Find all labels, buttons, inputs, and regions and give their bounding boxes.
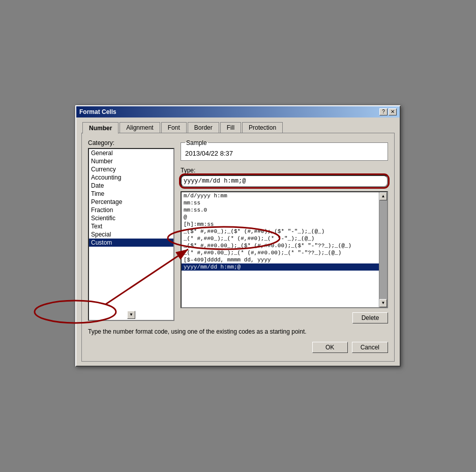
- category-label: Category:: [88, 139, 174, 146]
- category-item-text[interactable]: Text: [89, 222, 173, 230]
- format-item-7[interactable]: _(* #,##0_);_(* (#,##0);_(* "-"_);_(@_): [182, 235, 379, 242]
- type-label: Type:: [181, 167, 388, 174]
- sample-value: 2013/04/22 8:37: [185, 149, 383, 158]
- format-scroll-track[interactable]: [379, 200, 387, 299]
- format-scroll-down[interactable]: ▼: [379, 299, 387, 307]
- tab-border[interactable]: Border: [188, 122, 219, 134]
- category-item-percentage[interactable]: Percentage: [89, 198, 173, 206]
- category-list-wrapper: General Number Currency Accounting Date …: [88, 148, 174, 321]
- format-item-11[interactable]: yyyy/mm/dd h:mm;@: [182, 263, 379, 271]
- category-item-scientific[interactable]: Scientific: [89, 214, 173, 222]
- help-button[interactable]: ?: [379, 108, 388, 115]
- format-item-10[interactable]: [$-409]dddd, mmmm dd, yyyy: [182, 256, 379, 263]
- category-item-accounting[interactable]: Accounting: [89, 173, 173, 182]
- bottom-buttons: OK Cancel: [88, 338, 388, 355]
- close-button[interactable]: ✕: [389, 108, 397, 115]
- title-bar-buttons: ? ✕: [379, 108, 397, 115]
- category-item-general[interactable]: General: [89, 149, 173, 157]
- tab-alignment[interactable]: Alignment: [120, 122, 160, 134]
- category-item-currency[interactable]: Currency: [89, 165, 173, 173]
- type-section: Type:: [181, 167, 388, 187]
- format-item-6[interactable]: _($* #,##0_);_($* (#,##0);_($* "-"_);_(@…: [182, 228, 379, 235]
- category-scroll-down[interactable]: ▼: [89, 310, 173, 320]
- dialog-content: Number Alignment Font Border Fill Protec…: [76, 117, 400, 366]
- category-item-special[interactable]: Special: [89, 230, 173, 239]
- tab-content: Category: General Number Currency Accoun…: [81, 133, 395, 362]
- format-item-9[interactable]: _(* #,##0.00_);_(* (#,##0.00);_(* "-"??_…: [182, 249, 379, 256]
- tab-protection[interactable]: Protection: [242, 122, 283, 134]
- format-list-wrapper: m/d/yyyy h:mm mm:ss mm:ss.0 @ [h]:mm:ss …: [181, 191, 388, 308]
- category-item-number[interactable]: Number: [89, 157, 173, 165]
- delete-btn-row: Delete: [181, 312, 388, 323]
- right-panel: Sample 2013/04/22 8:37 Type: m/d/yyyy h:…: [181, 139, 388, 323]
- dialog-title: Format Cells: [79, 108, 116, 115]
- category-item-date[interactable]: Date: [89, 182, 173, 190]
- format-item-5[interactable]: [h]:mm:ss: [182, 221, 379, 228]
- ok-button[interactable]: OK: [312, 342, 348, 353]
- format-item-1[interactable]: m/d/yyyy h:mm: [182, 192, 379, 199]
- tab-fill[interactable]: Fill: [220, 122, 241, 134]
- tab-number[interactable]: Number: [82, 122, 118, 134]
- format-cells-dialog: Format Cells ? ✕ Number Alignment Font B…: [75, 105, 401, 367]
- format-item-2[interactable]: mm:ss: [182, 199, 379, 206]
- category-list: General Number Currency Accounting Date …: [89, 149, 173, 310]
- format-scrollbar: ▲ ▼: [379, 192, 387, 307]
- category-item-time[interactable]: Time: [89, 190, 173, 198]
- scroll-down-arrow[interactable]: ▼: [127, 311, 135, 319]
- category-item-custom[interactable]: Custom: [89, 239, 173, 247]
- sample-legend: Sample: [185, 139, 208, 146]
- format-scroll-up[interactable]: ▲: [379, 192, 387, 200]
- format-list: m/d/yyyy h:mm mm:ss mm:ss.0 @ [h]:mm:ss …: [182, 192, 379, 307]
- tabs-container: Number Alignment Font Border Fill Protec…: [81, 122, 395, 133]
- title-bar: Format Cells ? ✕: [76, 106, 400, 117]
- format-item-4[interactable]: @: [182, 214, 379, 221]
- cancel-button[interactable]: Cancel: [352, 342, 388, 353]
- format-item-3[interactable]: mm:ss.0: [182, 206, 379, 214]
- main-area: Category: General Number Currency Accoun…: [88, 139, 388, 323]
- description-text: Type the number format code, using one o…: [88, 323, 388, 338]
- category-section: Category: General Number Currency Accoun…: [88, 139, 174, 323]
- category-item-fraction[interactable]: Fraction: [89, 206, 173, 214]
- type-input[interactable]: [181, 175, 388, 187]
- sample-fieldset: Sample 2013/04/22 8:37: [181, 139, 388, 161]
- tab-font[interactable]: Font: [161, 122, 187, 134]
- format-item-8[interactable]: _($* #,##0.00_);_($* (#,##0.00);_($* "-"…: [182, 242, 379, 249]
- delete-button[interactable]: Delete: [352, 312, 388, 323]
